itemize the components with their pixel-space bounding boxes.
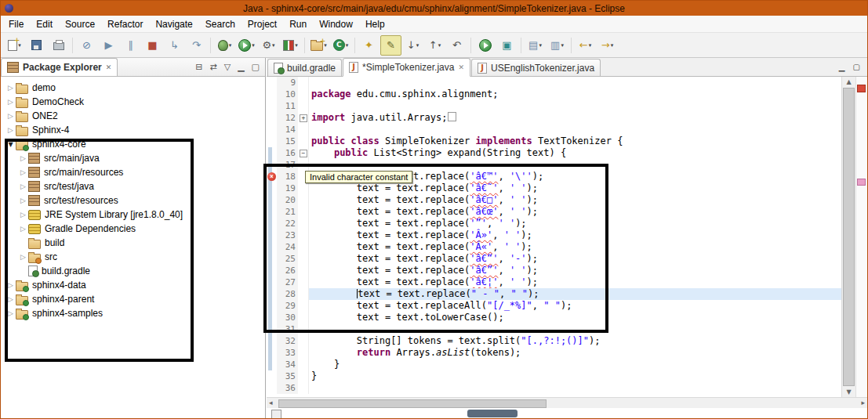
menu-edit[interactable]: Edit [30,17,59,31]
code-line-34[interactable]: 34 } [267,359,841,370]
error-icon[interactable]: × [267,172,276,181]
expand-arrow-icon[interactable]: ▷ [18,154,28,162]
code-line-10[interactable]: 10package edu.cmu.sphinx.alignment; [267,88,841,100]
tree-item-build[interactable]: build [1,236,265,250]
code-area[interactable]: 910package edu.cmu.sphinx.alignment;1112… [267,77,841,397]
code-line-27[interactable]: 27 text = text.replace('â€¦', ' '); [267,276,841,288]
tree-item-gradle-dependencies[interactable]: ▷Gradle Dependencies [1,222,265,236]
code-line-31[interactable]: 31 [267,323,841,335]
open-resource-button[interactable]: ▥▾ [547,35,568,56]
scroll-left-icon[interactable]: ◂ [269,399,273,406]
horizontal-scroll-thumb[interactable] [278,399,547,408]
last-edit-location-button[interactable]: ↶ [446,35,467,56]
tree-item-sphinx4-parent[interactable]: ▷sphinx4-parent [1,292,265,306]
maximize-view-icon[interactable]: ▢ [252,63,260,71]
expand-arrow-icon[interactable]: ▷ [18,211,28,219]
tree-item-src-test-java[interactable]: ▷src/test/java [1,179,265,193]
code-line-24[interactable]: 24 text = text.replace('Â«', ' '); [267,241,841,253]
dropdown-arrow-icon[interactable]: ▾ [229,42,232,49]
code-line-17[interactable]: 17 [267,159,841,171]
step-over-button[interactable]: ↷ [186,35,207,56]
code-line-21[interactable]: 21 text = text.replace('â€œ', ' '); [267,206,841,218]
fold-expand-icon[interactable]: + [300,114,307,122]
tree-item-build-gradle[interactable]: build.gradle [1,264,265,278]
expand-arrow-icon[interactable]: ▷ [5,295,16,303]
new-java-class-button[interactable]: ▾ [330,35,351,56]
fold-collapse-icon[interactable]: − [300,150,307,157]
scroll-right-icon[interactable]: ▸ [861,399,865,406]
forward-button[interactable]: →▾ [597,35,618,56]
tree-item-src[interactable]: ▷src [1,250,265,264]
menu-run[interactable]: Run [283,17,313,31]
expand-arrow-icon[interactable]: ▷ [5,126,16,134]
tree-item-sphinx-4[interactable]: ▷Sphinx-4 [1,123,265,137]
code-line-25[interactable]: 25 text = text.replace('â€“', '-'); [267,253,841,265]
tree-item-sphinx4-data[interactable]: ▷sphinx4-data [1,278,265,292]
minimize-view-icon[interactable]: ▁ [238,63,244,71]
editor-tab-simpletokenizer-java[interactable]: *SimpleTokenizer.java✕ [343,58,470,77]
dropdown-arrow-icon[interactable]: ▾ [611,42,614,49]
scroll-down-icon[interactable]: ▼ [842,388,855,396]
skip-all-breakpoints-button[interactable]: ⊘ [76,35,97,56]
menu-refactor[interactable]: Refactor [101,17,149,31]
close-icon[interactable]: ✕ [106,63,112,71]
code-line-33[interactable]: 33 return Arrays.asList(tokens); [267,347,841,359]
expand-arrow-icon[interactable]: ▷ [18,182,28,190]
tree-item-one2[interactable]: ▷ONE2 [1,109,265,123]
code-line-32[interactable]: 32 String[] tokens = text.split("[.,?:!;… [267,335,841,347]
collapsed-region-icon[interactable] [448,112,456,121]
code-line-20[interactable]: 20 text = text.replace('â€□', ' '); [267,194,841,206]
debug-button[interactable]: ▾ [214,35,235,56]
menu-project[interactable]: Project [242,17,283,31]
expand-arrow-icon[interactable]: ▷ [18,253,28,261]
dropdown-arrow-icon[interactable]: ▾ [438,42,441,49]
menu-navigate[interactable]: Navigate [149,17,198,31]
dropdown-arrow-icon[interactable]: ▾ [539,42,542,49]
open-type-button[interactable]: ▤▾ [525,35,546,56]
menu-file[interactable]: File [2,17,30,31]
dropdown-arrow-icon[interactable]: ▾ [252,42,255,49]
dropdown-arrow-icon[interactable]: ▾ [295,42,298,49]
external-tools-button[interactable]: ⚙▾ [258,35,279,56]
code-line-36[interactable]: 36 [267,382,841,394]
tree-item-src-main-java[interactable]: ▷src/main/java [1,151,265,165]
menu-source[interactable]: Source [59,17,101,31]
print-button[interactable] [48,35,69,56]
expand-arrow-icon[interactable]: ▷ [5,84,16,92]
code-line-22[interactable]: 22 text = text.replace('”', ' '); [267,218,841,229]
mark-occurrences-button[interactable]: ✎ [380,35,401,56]
tree-item-sphinx4-core[interactable]: ▼sphinx4-core [1,137,265,151]
dropdown-arrow-icon[interactable]: ▾ [561,42,564,49]
code-line-11[interactable]: 11 [267,100,841,112]
terminate-button[interactable]: ■ [142,35,163,56]
code-line-29[interactable]: 29 text = text.replaceAll("[/_*%]", " ")… [267,300,841,312]
profile-button[interactable]: ▣ [496,35,518,56]
scroll-up-icon[interactable]: ▲ [842,78,855,85]
dropdown-arrow-icon[interactable]: ▾ [416,42,419,49]
dropdown-arrow-icon[interactable]: ▾ [346,42,349,49]
vertical-scroll-thumb[interactable] [843,88,855,386]
expand-arrow-icon[interactable]: ▼ [5,141,16,148]
new-java-project-button[interactable]: ▾ [308,35,329,56]
tree-item-democheck[interactable]: ▷DemoCheck [1,95,265,109]
title-bar[interactable]: Java - sphinx4-core/src/main/java/edu/cm… [1,1,867,16]
code-line-16[interactable]: 16− public List<String> expand(String te… [267,147,841,159]
previous-annotation-button[interactable]: ↑▾ [424,35,445,56]
back-button[interactable]: ←▾ [575,35,596,56]
close-icon[interactable]: ✕ [458,63,464,71]
code-line-12[interactable]: 12+import java.util.Arrays; [267,112,841,124]
code-line-15[interactable]: 15public class SimpleTokenizer implement… [267,135,841,147]
code-line-28[interactable]: 28 text = text.replace(" - ", " "); [267,288,841,300]
expand-arrow-icon[interactable]: ▷ [18,225,28,233]
tree-item-src-test-resources[interactable]: ▷src/test/resources [1,193,265,208]
code-line-19[interactable]: 19 text = text.replace('â€˜', ' '); [267,182,841,194]
next-annotation-button[interactable]: ↓▾ [402,35,423,56]
menu-help[interactable]: Help [359,17,391,31]
code-line-14[interactable]: 14 [267,124,841,135]
step-into-button[interactable]: ↳ [164,35,185,56]
code-line-26[interactable]: 26 text = text.replace('â€”', ' '); [267,265,841,276]
view-menu-icon[interactable]: ▽ [224,63,231,71]
maximize-editor-icon[interactable]: ▢ [853,63,860,71]
expand-arrow-icon[interactable]: ▷ [5,309,16,317]
expand-arrow-icon[interactable]: ▷ [5,98,16,106]
